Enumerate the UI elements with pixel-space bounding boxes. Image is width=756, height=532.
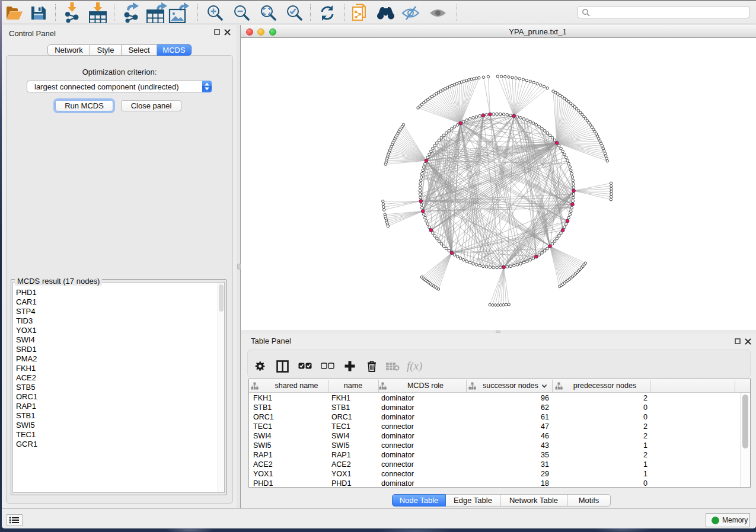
svg-text:f(x): f(x) [407,360,422,373]
